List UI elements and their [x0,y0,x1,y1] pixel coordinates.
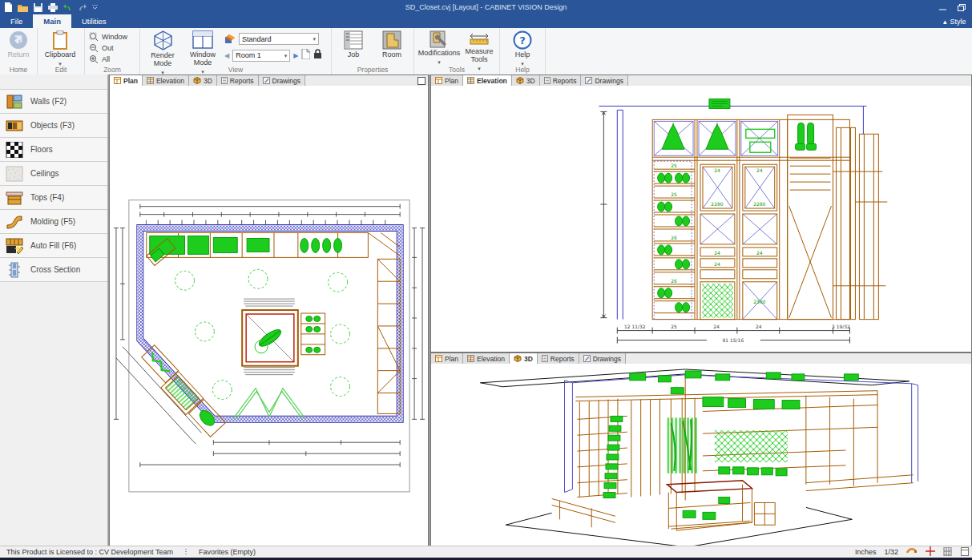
drawer-dim-label: 24 [714,261,720,267]
style-standard-select[interactable]: Standard ▾ [239,33,319,45]
elevation-pane-tab-elevation[interactable]: Elevation [463,75,512,86]
threed-tab-icon [514,355,522,362]
units-indicator[interactable]: Inches [855,548,877,556]
window-title: SD_Closet.cvj [Layout] - CABINET VISION … [0,3,972,11]
plan-pane-tab-drawings[interactable]: Drawings [259,75,305,86]
measure-tools-button[interactable]: Measure Tools ▾ [463,30,495,71]
sidebar-item-tops[interactable]: Tops (F4) [0,186,107,210]
minimize-button[interactable] [939,0,946,14]
quick-access-toolbar [0,2,98,12]
group-label-properties: Properties [332,66,413,74]
modifications-caret: ▾ [438,59,441,65]
threed-pane-tab-3d[interactable]: 3D [510,353,538,364]
ribbon-group-help: ? Help ▾ Help [500,28,546,75]
drawer-dim-label: 24 [756,250,763,256]
crosshair-toggle-icon[interactable] [926,546,935,558]
snap-toggle-icon[interactable] [906,547,918,557]
elevation-seg-dim: 3 19/32 [832,324,850,329]
next-room-button[interactable]: ▶ [293,52,298,59]
print-icon[interactable] [48,3,58,12]
style-button[interactable]: ▴ Style [943,14,972,28]
sidebar-item-cross-section[interactable]: Cross Section [0,258,107,282]
layout-toggle-icon[interactable] [961,547,969,558]
reports-tab-icon [544,77,551,84]
ribbon: Return Home Clipboard ▾ Edit Window Out [0,28,972,75]
plan-pane-tab-plan[interactable]: Plan [110,75,143,86]
zoom-all-button[interactable]: All [89,54,127,64]
tab-file[interactable]: File [0,14,33,28]
shelf-dim-label: 25 [671,163,677,168]
elevation-tab-icon [467,77,474,84]
maximize-pane-button[interactable] [417,77,426,85]
threed-drawing [431,364,971,546]
measure-tools-icon [469,30,490,46]
plan-pane-tab-3d[interactable]: 3D [189,75,217,86]
threed-pane-tab-reports[interactable]: Reports [538,353,579,364]
sidebar-item-ceilings[interactable]: Ceilings [0,162,107,186]
application-window: SD_Closet.cvj [Layout] - CABINET VISION … [0,0,972,560]
new-file-icon[interactable] [4,2,12,12]
room-button[interactable]: Room [374,30,409,59]
auto-fill-icon [6,238,23,254]
save-icon[interactable] [34,3,42,12]
panel-code-label: 2280 [753,201,765,207]
elevation-pane-tab-reports[interactable]: Reports [540,75,582,86]
room-select[interactable]: Room 1 ▾ [232,50,290,62]
threed-pane-tab-elevation[interactable]: Elevation [463,353,510,364]
threed-pane-tab-plan[interactable]: Plan [431,353,463,364]
status-bar: This Product is Licensed to : CV Develop… [0,546,972,558]
zoom-out-icon [89,43,99,53]
new-room-button[interactable] [301,48,310,62]
zoom-window-button[interactable]: Window [89,32,127,42]
elevation-drawing: 25 25 26 26 24 2280 24 24 [431,86,971,352]
elevation-canvas[interactable]: 25 25 26 26 24 2280 24 24 [431,86,971,352]
threed-tab-icon [193,77,201,84]
window-mode-icon [192,30,213,50]
panel-code-label: 2280 [711,201,723,207]
molding-icon [6,214,23,230]
help-button[interactable]: ? Help ▾ [504,30,541,66]
elevation-pane-tab-drawings[interactable]: Drawings [581,75,627,86]
threed-canvas[interactable] [431,364,971,546]
restore-button[interactable] [958,0,966,14]
plan-drawing [110,86,428,546]
previous-room-button[interactable]: ◀ [224,52,229,59]
svg-text:?: ? [519,34,526,46]
plan-tab-icon [435,355,442,362]
sidebar-item-walls[interactable]: Walls (F2) [0,90,107,114]
qat-customize-icon[interactable] [92,5,98,10]
scale-indicator[interactable]: 1/32 [884,548,898,556]
favorites-status[interactable]: Favorites (Empty) [199,548,256,556]
render-mode-icon [153,30,173,50]
threed-pane-tab-drawings[interactable]: Drawings [579,353,626,364]
lock-room-button[interactable] [313,48,322,62]
elevation-pane: Plan Elevation 3D Reports Drawings [430,75,972,353]
tab-utilities[interactable]: Utilities [71,14,117,28]
clipboard-button[interactable]: Clipboard ▾ [42,30,79,66]
elevation-tab-icon [467,355,474,362]
group-label-help: Help [500,66,545,74]
job-button[interactable]: Job [336,30,371,59]
plan-canvas[interactable] [110,86,428,546]
elevation-seg-dim: 24 [713,324,720,329]
tab-main[interactable]: Main [33,14,71,28]
redo-icon[interactable] [78,3,87,11]
open-folder-icon[interactable] [18,3,28,12]
sidebar-item-molding[interactable]: Molding (F5) [0,210,107,234]
undo-icon[interactable] [63,3,72,11]
plan-pane-tabstrip: Plan Elevation 3D Reports Drawings [110,75,428,87]
sidebar-item-floors[interactable]: Floors [0,138,107,162]
elevation-pane-tab-3d[interactable]: 3D [512,75,540,86]
sidebar-item-autofill[interactable]: Auto Fill (F6) [0,234,107,258]
grid-toggle-icon[interactable] [943,547,953,558]
plan-pane-tab-elevation[interactable]: Elevation [143,75,189,86]
shelf-dim-label: 26 [671,235,677,240]
sidebar-item-objects[interactable]: Objects (F3) [0,114,107,138]
plan-pane-tab-reports[interactable]: Reports [217,75,259,86]
return-button[interactable]: Return [4,30,33,59]
bottom-code-label: 2380 [753,299,765,304]
elevation-pane-tab-plan[interactable]: Plan [431,75,463,86]
room-icon [382,30,401,50]
zoom-out-button[interactable]: Out [89,43,127,53]
modifications-button[interactable]: Modifications ▾ [418,30,460,65]
